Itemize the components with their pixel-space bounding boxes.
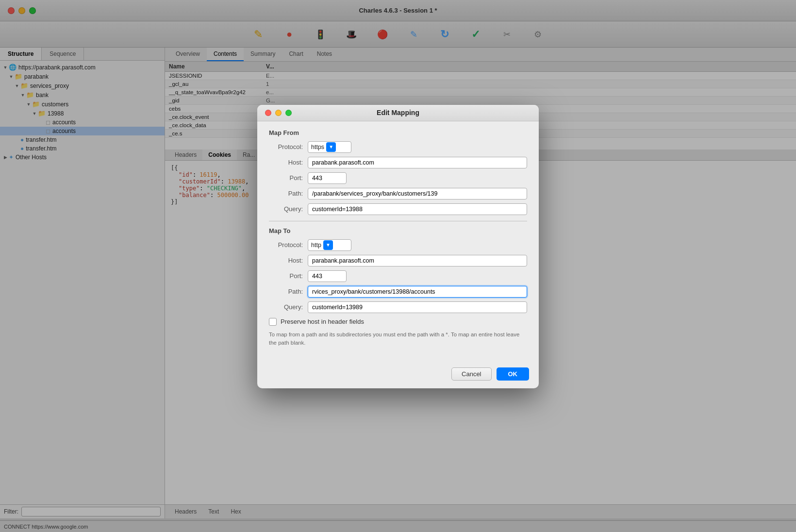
from-host-label: Host: — [269, 159, 303, 166]
to-host-row: Host: — [269, 255, 527, 266]
to-host-input[interactable] — [308, 255, 527, 266]
modal-close-button[interactable] — [265, 110, 271, 116]
to-host-label: Host: — [269, 257, 303, 264]
to-protocol-label: Protocol: — [269, 241, 303, 249]
cancel-button[interactable]: Cancel — [451, 367, 491, 381]
from-protocol-select[interactable]: https ▼ — [308, 141, 351, 153]
from-query-row: Query: — [269, 203, 527, 215]
to-port-label: Port: — [269, 272, 303, 280]
modal-title: Edit Mapping — [377, 109, 419, 116]
to-port-input[interactable] — [308, 270, 347, 282]
modal-titlebar: Edit Mapping — [257, 105, 539, 121]
modal-window-controls[interactable] — [265, 110, 292, 116]
from-protocol-value: https — [311, 144, 324, 150]
modal-overlay: Edit Mapping Map From Protocol: https ▼ … — [0, 0, 796, 532]
from-query-input[interactable] — [308, 203, 527, 215]
modal-minimize-button[interactable] — [275, 110, 282, 116]
modal-footer: Cancel OK — [257, 363, 539, 388]
to-port-row: Port: — [269, 270, 527, 282]
to-protocol-select[interactable]: http ▼ — [308, 239, 351, 251]
hint-text: To map from a path and its subdirectorie… — [269, 331, 527, 348]
modal-body: Map From Protocol: https ▼ Host: Port: P… — [257, 121, 539, 363]
to-query-input[interactable] — [308, 301, 527, 313]
from-path-label: Path: — [269, 190, 303, 197]
to-query-row: Query: — [269, 301, 527, 313]
to-protocol-row: Protocol: http ▼ — [269, 239, 527, 251]
edit-mapping-modal: Edit Mapping Map From Protocol: https ▼ … — [257, 105, 539, 389]
preserve-host-label: Preserve host in header fields — [281, 318, 364, 325]
from-host-row: Host: — [269, 157, 527, 168]
map-from-label: Map From — [269, 129, 527, 136]
from-query-label: Query: — [269, 205, 303, 213]
to-protocol-value: http — [311, 242, 321, 249]
preserve-host-row: Preserve host in header fields — [269, 318, 527, 326]
from-port-label: Port: — [269, 174, 303, 182]
to-query-label: Query: — [269, 303, 303, 311]
section-divider — [269, 221, 527, 221]
to-protocol-dropdown-arrow[interactable]: ▼ — [323, 240, 333, 250]
preserve-host-checkbox[interactable] — [269, 318, 277, 326]
to-path-input[interactable] — [308, 286, 527, 298]
from-protocol-row: Protocol: https ▼ — [269, 141, 527, 153]
from-protocol-dropdown-arrow[interactable]: ▼ — [326, 142, 336, 152]
to-path-row: Path: — [269, 286, 527, 298]
from-port-input[interactable] — [308, 172, 347, 184]
from-protocol-label: Protocol: — [269, 143, 303, 150]
from-path-input[interactable] — [308, 188, 527, 200]
to-path-label: Path: — [269, 288, 303, 295]
from-host-input[interactable] — [308, 157, 527, 168]
from-path-row: Path: — [269, 188, 527, 200]
modal-maximize-button[interactable] — [285, 110, 292, 116]
map-to-label: Map To — [269, 227, 527, 234]
from-port-row: Port: — [269, 172, 527, 184]
ok-button[interactable]: OK — [497, 367, 530, 381]
